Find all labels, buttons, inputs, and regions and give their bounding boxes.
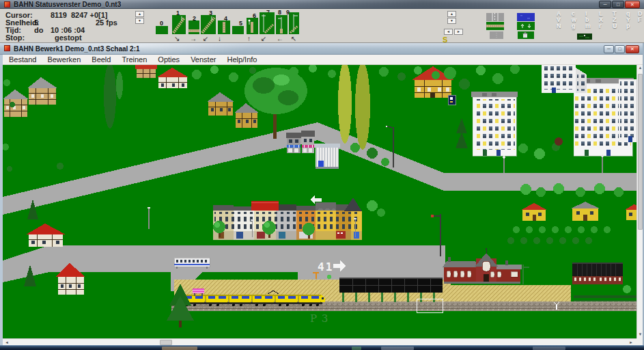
status-window-titlebar[interactable]: BAHN Statusvenster Demo_0.nt3 ─ □ ✕: [0, 0, 644, 9]
shops: [286, 131, 315, 153]
close-icon[interactable]: ✕: [625, 1, 640, 8]
direction-arrow-icon: ↙: [261, 35, 266, 42]
taskbar-item[interactable]: [533, 347, 565, 350]
water-tile[interactable]: [517, 13, 535, 21]
arrows-tile[interactable]: [517, 22, 535, 30]
taskbar[interactable]: [0, 345, 644, 350]
menu-treinen[interactable]: Treinen: [116, 55, 152, 64]
track-tile-0[interactable]: [156, 26, 168, 34]
plain-road-tile[interactable]: [490, 31, 503, 39]
palette-letter[interactable]: r: [599, 23, 602, 29]
close-icon-2[interactable]: ✕: [626, 45, 639, 53]
scroll-left-icon[interactable]: ◄: [4, 340, 10, 345]
menu-bar: Bestand Bewerken Beeld Treinen Opties Ve…: [1, 55, 643, 65]
palette-letter[interactable]: U: [613, 23, 617, 29]
direction-arrow-icon: →: [190, 35, 197, 42]
direction-arrow-icon: ↘: [174, 35, 180, 42]
platform-label: P 3: [310, 312, 328, 325]
spin-down-button[interactable]: ▼: [135, 18, 144, 24]
dark-shed: [572, 262, 623, 284]
palette-letter[interactable]: g: [572, 23, 576, 29]
info-sign: [448, 95, 456, 105]
stop-label: Stop:: [5, 33, 25, 42]
palette-letter[interactable]: m: [585, 23, 591, 29]
direction-arrow-icon: ↑: [247, 35, 251, 42]
spin-up-button-2[interactable]: ▲: [447, 11, 456, 17]
menu-bewerken[interactable]: Bewerken: [42, 55, 86, 64]
nav-right-button[interactable]: ►: [454, 29, 463, 35]
svg-text:41: 41: [318, 260, 333, 273]
track-tile-3[interactable]: [201, 15, 216, 34]
spin-up-button[interactable]: ▲: [135, 11, 144, 17]
status-window-title: BAHN Statusvenster Demo_0.nt3: [14, 1, 121, 8]
greenhouse: [314, 144, 340, 169]
editor-window: BAHN Bewerk1 Demo_0.nt3 Schaal 2:1 ─ □ ✕…: [0, 43, 644, 345]
status-panel: Cursor: 8119 8247 +0[1] Snelheid: 5 25 f…: [0, 9, 644, 43]
depot-tile[interactable]: [577, 33, 592, 40]
time-day: do: [34, 26, 43, 34]
rail-tile[interactable]: [486, 22, 504, 30]
menu-venster[interactable]: Venster: [185, 55, 221, 64]
direction-arrow-icon: ↙: [203, 35, 208, 42]
scroll-right-icon[interactable]: ►: [628, 340, 634, 345]
menu-opties[interactable]: Opties: [152, 55, 185, 64]
nav-left-button[interactable]: ◄: [444, 29, 453, 35]
fps-value: 25 fps: [96, 18, 117, 27]
track-tile-2[interactable]: [188, 21, 199, 34]
palette-letter[interactable]: p: [626, 23, 630, 29]
track-tile-8[interactable]: [276, 15, 288, 34]
minimize-button[interactable]: ─: [599, 1, 611, 8]
maximize-button-2[interactable]: □: [615, 45, 625, 53]
stop-value: gestopt: [55, 33, 82, 42]
maximize-button[interactable]: □: [612, 1, 624, 8]
taskbar-item[interactable]: [381, 347, 414, 350]
taskbar-item[interactable]: [162, 347, 197, 350]
direction-arrow-icon: ↓: [218, 35, 221, 42]
track-tile-1[interactable]: [172, 15, 186, 34]
spin-down-button-2[interactable]: ▼: [447, 18, 456, 24]
taskbar-item[interactable]: [352, 347, 361, 350]
direction-arrow-icon: ←: [277, 35, 283, 42]
menu-beeld[interactable]: Beeld: [86, 55, 116, 64]
editor-window-title: BAHN Bewerk1 Demo_0.nt3 Schaal 2:1: [14, 45, 140, 53]
track-tile-9[interactable]: [289, 12, 299, 34]
window-border-left: [0, 55, 3, 345]
direction-arrow-icon: ↖: [291, 35, 296, 42]
white-building-right: [619, 79, 636, 142]
horizontal-scroll-thumb[interactable]: [160, 340, 172, 345]
status-window: BAHN Statusvenster Demo_0.nt3 ─ □ ✕ Curs…: [0, 0, 644, 43]
track-tile-4[interactable]: [218, 21, 230, 34]
road-tile[interactable]: [486, 13, 504, 21]
menu-bestand[interactable]: Bestand: [3, 55, 42, 64]
vertical-scrollbar[interactable]: ▲ ▼: [636, 65, 643, 338]
bahn-app-icon-2: [4, 45, 10, 51]
minimize-button-2[interactable]: ─: [604, 45, 614, 53]
editor-window-titlebar[interactable]: BAHN Bewerk1 Demo_0.nt3 Schaal 2:1 ─ □ ✕: [0, 43, 644, 55]
track-tile-7[interactable]: [260, 12, 275, 34]
palette-letter[interactable]: N: [557, 23, 561, 29]
bahn-app-icon: [4, 1, 10, 8]
track-tile-6[interactable]: [247, 18, 258, 34]
structure-tile[interactable]: [518, 31, 534, 39]
track-tile-5[interactable]: [232, 26, 244, 34]
map-viewport[interactable]: 41 P 3: [3, 65, 636, 338]
palette-letter[interactable]: F: [638, 16, 642, 23]
vertical-scroll-thumb[interactable]: [638, 74, 643, 230]
menu-helpinfo[interactable]: Help/Info: [221, 55, 262, 64]
